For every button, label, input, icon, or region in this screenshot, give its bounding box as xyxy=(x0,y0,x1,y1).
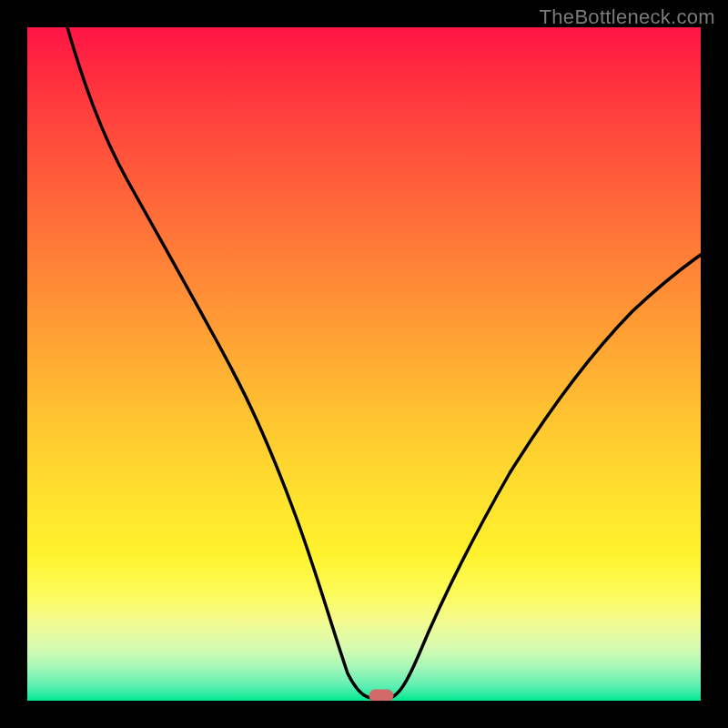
bottleneck-curve xyxy=(67,27,701,698)
optimal-point-marker xyxy=(369,690,393,701)
chart-frame: TheBottleneck.com xyxy=(0,0,728,728)
bottleneck-curve-svg xyxy=(27,27,701,701)
watermark-text: TheBottleneck.com xyxy=(540,5,715,29)
